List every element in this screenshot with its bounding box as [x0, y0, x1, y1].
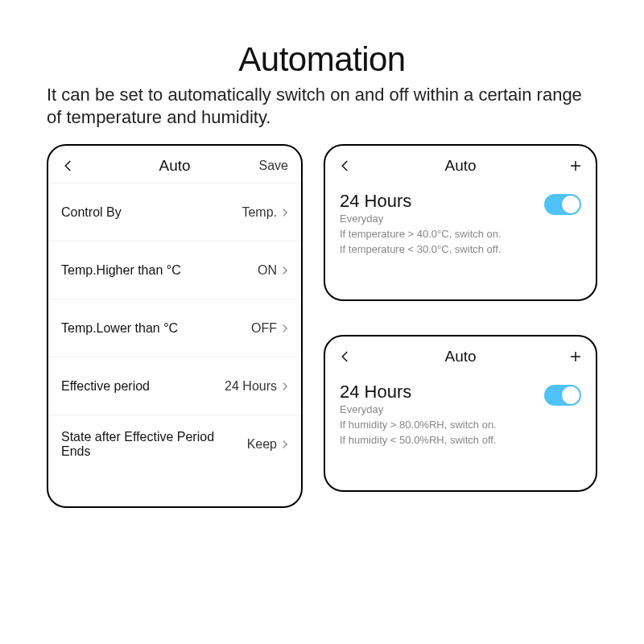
plus-icon	[568, 159, 583, 173]
back-button[interactable]	[61, 159, 100, 173]
rule-toggle[interactable]	[544, 194, 581, 215]
nav-title: Auto	[444, 348, 476, 365]
back-arrow-icon	[338, 159, 353, 173]
rule-title: 24 Hours	[340, 191, 502, 212]
add-button[interactable]	[544, 159, 583, 173]
row-temp-lower[interactable]: Temp.Lower than °C OFF	[48, 299, 301, 357]
nav-title: Auto	[159, 157, 190, 175]
rule-condition-off: If temperature < 30.0°C, switch off.	[340, 242, 502, 258]
settings-card: Auto Save Control By Temp. Temp.Higher t…	[47, 144, 303, 508]
add-button[interactable]	[544, 349, 583, 364]
row-label: State after Effective Period Ends	[61, 430, 247, 459]
chevron-right-icon	[282, 382, 288, 391]
back-button[interactable]	[338, 349, 377, 364]
row-value: Keep	[247, 437, 277, 452]
rule-condition-off: If humidity < 50.0%RH, switch off.	[340, 433, 497, 448]
row-label: Effective period	[61, 379, 150, 394]
row-state-after[interactable]: State after Effective Period Ends Keep	[48, 415, 301, 473]
chevron-right-icon	[282, 208, 288, 217]
nav-bar: Auto	[325, 146, 596, 183]
row-value: 24 Hours	[225, 379, 277, 394]
row-temp-higher[interactable]: Temp.Higher than °C ON	[48, 242, 301, 299]
nav-bar: Auto	[325, 336, 596, 374]
automation-rule-card-temperature: Auto 24 Hours Everyday If temperature > …	[324, 144, 597, 301]
chevron-right-icon	[282, 324, 288, 333]
chevron-right-icon	[282, 440, 288, 449]
rule-subtitle: Everyday	[340, 212, 502, 227]
row-value: Temp.	[242, 205, 277, 220]
row-label: Control By	[61, 205, 122, 220]
rule-toggle[interactable]	[544, 385, 581, 406]
back-arrow-icon	[61, 159, 76, 173]
page-heading: Automation	[47, 40, 597, 79]
row-label: Temp.Lower than °C	[61, 321, 178, 336]
automation-rule-card-humidity: Auto 24 Hours Everyday If humidity > 80.…	[324, 335, 597, 492]
save-button[interactable]: Save	[250, 159, 288, 173]
page-subheading: It can be set to automatically switch on…	[47, 84, 597, 128]
row-effective-period[interactable]: Effective period 24 Hours	[48, 357, 301, 415]
row-label: Temp.Higher than °C	[61, 263, 181, 278]
nav-bar: Auto Save	[48, 146, 301, 183]
row-value: OFF	[251, 321, 277, 336]
plus-icon	[568, 349, 583, 364]
row-value: ON	[258, 263, 277, 278]
rule-condition-on: If humidity > 80.0%RH, switch on.	[340, 418, 497, 433]
rule-title: 24 Hours	[340, 382, 497, 402]
nav-title: Auto	[444, 157, 476, 175]
row-control-by[interactable]: Control By Temp.	[48, 184, 301, 242]
chevron-right-icon	[282, 266, 288, 275]
rule-subtitle: Everyday	[340, 402, 497, 418]
back-arrow-icon	[338, 349, 353, 364]
rule-condition-on: If temperature > 40.0°C, switch on.	[340, 227, 502, 242]
settings-list: Control By Temp. Temp.Higher than °C ON …	[48, 183, 301, 473]
back-button[interactable]	[338, 159, 377, 173]
